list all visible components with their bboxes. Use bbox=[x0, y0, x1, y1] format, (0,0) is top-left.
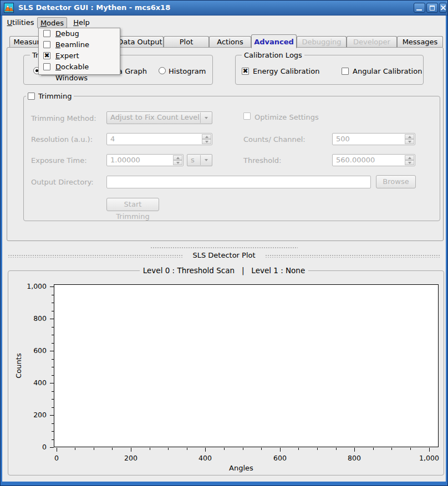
title-bar[interactable]: SLS Detector GUI : Mythen - mcs6x18 bbox=[1, 1, 447, 16]
x-axis-tick bbox=[243, 448, 243, 450]
tab-messages[interactable]: Messages bbox=[397, 36, 443, 47]
x-axis-tick bbox=[205, 448, 206, 452]
threshold-spinbox[interactable]: 560.00000 bbox=[332, 154, 415, 166]
x-axis-tick-label: 200 bbox=[113, 454, 149, 462]
x-axis-tick bbox=[261, 448, 262, 450]
y-axis-tick bbox=[50, 447, 54, 448]
x-axis-tick bbox=[94, 448, 94, 450]
app-icon bbox=[4, 3, 14, 13]
y-axis-tick bbox=[52, 439, 54, 440]
exposure-time-label: Exposure Time: bbox=[31, 156, 87, 165]
optimize-settings-label: Optimize Settings bbox=[254, 113, 319, 121]
trimming-group-title: Trimming bbox=[36, 92, 74, 100]
y-axis-tick bbox=[52, 343, 54, 344]
y-axis-tick bbox=[50, 351, 54, 351]
trimming-method-combo[interactable]: Adjust to Fix Count Level bbox=[106, 111, 212, 124]
trimming-group-checkbox[interactable] bbox=[28, 93, 35, 100]
menu-utilities[interactable]: Utilities bbox=[6, 17, 35, 28]
tab-developer[interactable]: Developer bbox=[347, 36, 397, 47]
x-axis-title: Angles bbox=[208, 464, 274, 472]
x-axis-tick bbox=[280, 448, 281, 452]
menu-item-debug[interactable]: Debug bbox=[39, 28, 120, 39]
x-axis-tick bbox=[131, 448, 131, 452]
y-axis-tick bbox=[52, 431, 54, 432]
spin-down-icon bbox=[202, 139, 211, 144]
tab-plot[interactable]: Plot bbox=[164, 36, 209, 47]
minimize-button[interactable] bbox=[414, 3, 425, 13]
resolution-spinbox[interactable]: 4 bbox=[106, 133, 212, 145]
application-window: SLS Detector GUI : Mythen - mcs6x18 Util… bbox=[0, 0, 448, 486]
y-axis-tick bbox=[52, 311, 54, 311]
menu-item-beamline[interactable]: Beamline bbox=[39, 39, 120, 50]
browse-button[interactable]: Browse bbox=[376, 175, 416, 188]
energy-calibration-checkbox[interactable]: ✖ bbox=[242, 68, 249, 75]
spin-up-icon bbox=[405, 155, 414, 160]
y-axis-tick-label: 200 bbox=[12, 411, 47, 419]
plot-title: Level 0 : Threshold Scan | Level 1 : Non… bbox=[2, 266, 446, 275]
start-trimming-button[interactable]: Start Trimming bbox=[106, 198, 159, 211]
x-axis-tick bbox=[391, 448, 392, 450]
y-axis-tick bbox=[52, 335, 54, 335]
dock-title[interactable]: SLS Detector Plot bbox=[2, 251, 446, 259]
y-axis-tick bbox=[52, 327, 54, 328]
spin-up-icon bbox=[202, 134, 211, 139]
y-axis-tick bbox=[52, 359, 54, 360]
angular-calibration-checkbox[interactable] bbox=[342, 68, 349, 75]
x-axis-tick-label: 1,000 bbox=[411, 454, 447, 462]
counts-channel-spinbox[interactable]: 500 bbox=[332, 133, 415, 145]
checkbox-checked-icon: ✖ bbox=[43, 52, 50, 59]
y-axis-tick bbox=[52, 391, 54, 392]
x-axis-tick bbox=[317, 448, 318, 450]
menu-item-expert[interactable]: ✖Expert bbox=[39, 50, 120, 62]
y-axis-tick bbox=[50, 319, 54, 319]
x-axis-tick bbox=[112, 448, 113, 450]
y-axis-tick-label: 1,000 bbox=[12, 282, 47, 290]
client-area: Utilities Modes Help Measurement Setting… bbox=[2, 16, 446, 482]
x-axis-tick bbox=[187, 448, 187, 450]
x-axis-tick bbox=[57, 448, 57, 452]
y-axis-tick bbox=[50, 383, 54, 383]
tab-advanced[interactable]: Advanced bbox=[251, 34, 297, 48]
spin-down-icon bbox=[405, 160, 414, 165]
menu-modes[interactable]: Modes bbox=[37, 17, 67, 28]
angular-calibration-label: Angular Calibration bbox=[353, 67, 422, 75]
tab-debugging[interactable]: Debugging bbox=[297, 36, 347, 47]
output-directory-label: Output Directory: bbox=[31, 178, 94, 186]
window-title: SLS Detector GUI : Mythen - mcs6x18 bbox=[18, 1, 170, 16]
tab-data-output[interactable]: Data Output bbox=[116, 36, 164, 47]
x-axis-tick bbox=[354, 448, 355, 452]
plot-canvas[interactable] bbox=[54, 284, 439, 447]
close-button[interactable] bbox=[439, 3, 447, 13]
menu-item-dockable-windows[interactable]: Dockable Windows bbox=[39, 62, 120, 73]
y-axis-tick bbox=[52, 303, 54, 303]
y-axis-tick bbox=[52, 295, 54, 295]
splitter-handle[interactable] bbox=[150, 247, 298, 249]
y-axis-tick bbox=[50, 415, 54, 416]
x-axis-tick bbox=[150, 448, 150, 450]
calibration-logs-title: Calibration Logs bbox=[242, 51, 304, 59]
menu-help[interactable]: Help bbox=[70, 17, 93, 28]
x-axis-tick bbox=[168, 448, 169, 450]
optimize-settings-checkbox[interactable] bbox=[243, 112, 251, 120]
energy-calibration-label: Energy Calibration bbox=[253, 67, 319, 75]
spin-up-icon bbox=[405, 134, 414, 139]
y-axis-tick bbox=[50, 287, 54, 287]
tab-actions[interactable]: Actions bbox=[209, 36, 251, 47]
x-axis-tick-label: 400 bbox=[187, 454, 223, 462]
output-directory-input[interactable] bbox=[106, 176, 371, 188]
modes-menu-popup: Debug Beamline ✖Expert Dockable Windows bbox=[38, 28, 120, 75]
exposure-unit-combo[interactable]: s bbox=[187, 154, 212, 166]
y-axis-title: Counts bbox=[14, 330, 23, 401]
y-axis-tick-label: 0 bbox=[12, 443, 47, 451]
radio-histogram[interactable] bbox=[159, 67, 166, 74]
spin-up-icon bbox=[173, 155, 182, 160]
exposure-time-spinbox[interactable]: 1.00000 bbox=[106, 154, 184, 166]
trimming-method-label: Trimming Method: bbox=[31, 114, 96, 122]
checkbox-icon bbox=[43, 30, 50, 37]
x-axis-tick-label: 800 bbox=[337, 454, 372, 462]
counts-channel-label: Counts/ Channel: bbox=[243, 135, 306, 144]
x-axis-tick bbox=[298, 448, 299, 450]
maximize-button[interactable] bbox=[426, 3, 438, 13]
x-axis-tick-label: 0 bbox=[39, 454, 74, 462]
minimize-icon bbox=[416, 9, 422, 11]
